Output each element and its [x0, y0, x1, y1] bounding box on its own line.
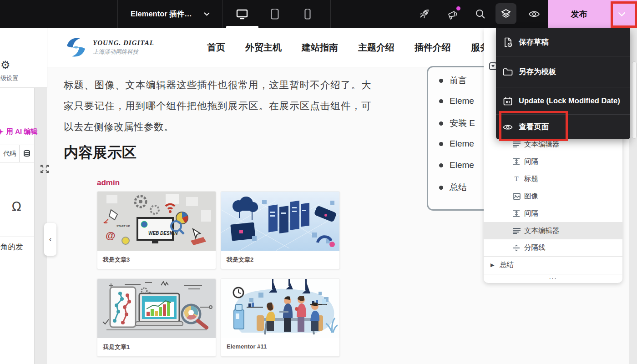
divider-icon — [512, 244, 521, 252]
database-icon — [23, 150, 31, 158]
svg-text:START UP: START UP — [116, 225, 130, 228]
panel-collapse-handle[interactable]: ‹ — [44, 223, 56, 256]
tablet-icon — [271, 9, 279, 20]
post-card[interactable]: 我是文章1 — [97, 278, 216, 357]
layers-icon — [500, 8, 511, 19]
post-title: 我是文章2 — [221, 251, 339, 269]
nav-item-themes[interactable]: 主题介绍 — [358, 41, 394, 54]
expand-editor-button[interactable] — [40, 164, 50, 176]
post-card[interactable]: Elementor #11 — [221, 278, 340, 357]
bullet-icon — [439, 79, 443, 83]
site-nav: 首页 外贸主机 建站指南 主题介绍 插件介绍 服务内容 — [207, 28, 507, 67]
advanced-settings-label: 级设置 — [0, 74, 18, 82]
checklist-button[interactable] — [413, 0, 435, 28]
structure-more-button[interactable]: ... — [484, 273, 622, 283]
spacer-icon — [512, 210, 521, 217]
post-card[interactable]: 我是文章2 — [221, 191, 340, 269]
document-switcher[interactable]: Elementor 插件… — [131, 0, 210, 28]
post-thumbnail-servers — [221, 192, 339, 251]
toc-item[interactable]: Eleme — [439, 96, 474, 106]
nav-item-plugins[interactable]: 插件介绍 — [415, 41, 451, 54]
topbar-divider — [222, 0, 222, 28]
annotation-box-view-page — [499, 111, 568, 141]
author-link[interactable]: admin — [97, 178, 120, 187]
structure-row-spacer[interactable]: 间隔 — [484, 205, 622, 222]
advanced-settings-section[interactable]: ⚙ 级设置 — [0, 55, 47, 88]
menu-item-save-draft[interactable]: 保存草稿 — [496, 28, 630, 56]
toc-item[interactable]: 安装 E — [439, 117, 475, 129]
mobile-icon — [304, 9, 311, 20]
bullet-icon — [439, 186, 443, 190]
site-logo[interactable]: YOUNG. DIGITAL 上海漾动网络科技 — [64, 35, 154, 60]
structure-row-text-editor-selected[interactable]: 文本编辑器 — [484, 222, 622, 239]
text-editor-icon — [512, 228, 521, 234]
editor-top-bar: Elementor 插件… 发布 — [0, 0, 637, 28]
structure-group-summary[interactable]: ▶ 总结 — [484, 256, 622, 274]
menu-item-save-template[interactable]: 另存为模板 — [496, 56, 630, 87]
structure-row-heading[interactable]: T 标题 — [484, 170, 622, 187]
tab-database[interactable] — [20, 145, 34, 162]
image-icon — [512, 193, 521, 200]
finder-search-button[interactable] — [470, 0, 491, 28]
search-icon — [475, 9, 486, 20]
bullet-icon — [439, 163, 443, 167]
active-device-underline — [226, 26, 258, 28]
panel-bottom-text: 角的发 — [0, 242, 23, 252]
intro-paragraph: 标题、图像、文本编辑器这些插件也很常用，这里暂时不介绍了。大家只要记住，用到哪个… — [64, 75, 371, 137]
topbar-divider — [330, 0, 331, 28]
edit-with-ai-button[interactable]: 用 AI 编辑 — [0, 127, 37, 136]
structure-toggle-button[interactable] — [495, 3, 516, 24]
device-mobile-button[interactable] — [298, 0, 318, 28]
tab-code[interactable]: 代码 — [0, 145, 20, 162]
logo-title: YOUNG. DIGITAL — [93, 39, 154, 47]
structure-row-spacer[interactable]: 间隔 — [484, 153, 622, 170]
publish-button[interactable]: 发布 — [548, 0, 610, 28]
post-card[interactable]: START UP WEB DESIGN @ 我是文章3 — [97, 191, 216, 269]
post-title: 我是文章3 — [97, 251, 216, 269]
nav-item-home[interactable]: 首页 — [207, 41, 225, 54]
posts-grid: START UP WEB DESIGN @ 我是文章3 — [97, 191, 339, 357]
elementor-editor: YOUNG. DIGITAL 上海漾动网络科技 首页 外贸主机 建站指南 主题介… — [0, 0, 637, 364]
omega-symbol-button[interactable]: Ω — [12, 199, 21, 213]
menu-item-update-lock-date[interactable]: Update (Lock Modified Date) — [496, 87, 630, 114]
notification-dot — [456, 6, 460, 10]
chevron-down-icon — [204, 12, 210, 16]
structure-row-image[interactable]: 图像 — [484, 187, 622, 205]
panel-header-block — [0, 28, 47, 56]
whats-new-button[interactable] — [442, 0, 464, 28]
eye-icon — [528, 10, 540, 19]
post-thumbnail-analytics — [97, 279, 216, 338]
svg-text:@: @ — [106, 230, 115, 241]
section-heading: 内容展示区 — [64, 143, 136, 163]
svg-text:T: T — [514, 175, 518, 182]
nav-item-hosting[interactable]: 外贸主机 — [245, 41, 282, 54]
bullet-icon — [439, 142, 443, 146]
ai-sparkle-icon — [0, 129, 4, 135]
heading-icon: T — [512, 175, 521, 182]
device-desktop-button[interactable] — [232, 0, 252, 28]
canvas-scrollbar-thumb[interactable] — [632, 61, 637, 139]
calendar-icon — [503, 96, 513, 106]
device-tablet-button[interactable] — [265, 0, 285, 28]
chevron-left-icon: ‹ — [49, 235, 52, 244]
document-title: Elementor 插件… — [131, 9, 192, 19]
panel-divider — [0, 237, 34, 237]
toc-item[interactable]: Eleme — [439, 139, 474, 149]
structure-row-divider-widget[interactable]: 分隔线 — [484, 239, 622, 257]
nav-item-guide[interactable]: 建站指南 — [302, 41, 338, 54]
save-draft-icon — [503, 37, 513, 47]
logo-pinwheel-icon — [64, 35, 88, 60]
spacer-icon — [512, 158, 521, 165]
post-title: Elementor #11 — [221, 338, 339, 355]
topbar-divider — [117, 0, 118, 28]
toc-item[interactable]: Eleme — [439, 160, 474, 170]
folder-icon — [503, 68, 513, 76]
post-title: 我是文章1 — [97, 338, 216, 356]
logo-subtitle: 上海漾动网络科技 — [93, 48, 154, 56]
preview-button[interactable] — [523, 0, 545, 28]
toc-item[interactable]: 前言 — [439, 75, 467, 86]
annotation-box-publish-caret — [611, 1, 637, 28]
bullet-icon — [439, 99, 443, 103]
bullet-icon — [439, 121, 443, 126]
toc-item[interactable]: 总结 — [439, 182, 467, 193]
